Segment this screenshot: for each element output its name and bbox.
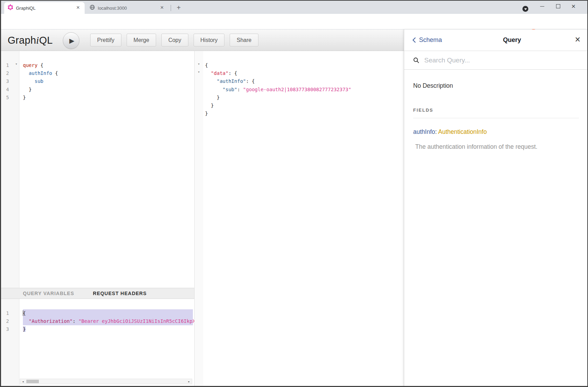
tab-title: localhost:3000 — [98, 6, 156, 11]
code-line: "data": { — [205, 69, 402, 77]
graphql-logo-icon — [8, 5, 13, 11]
scroll-left-icon[interactable]: ◄ — [20, 380, 26, 383]
copy-button[interactable]: Copy — [161, 34, 188, 46]
doc-title: Query — [503, 29, 521, 51]
code-line: "Authorization": "Bearer eyJhbGciOiJSUzI… — [23, 317, 193, 325]
doc-back-label: Schema — [419, 36, 442, 44]
fields-heading: FIELDS — [413, 108, 579, 113]
code-line: } — [205, 110, 402, 118]
field-name-link[interactable]: authInfo — [413, 128, 435, 135]
doc-explorer-panel: Schema Query × No Description FIELDS aut… — [404, 29, 588, 387]
field-description: The authentication information of the re… — [415, 143, 579, 150]
scroll-right-icon[interactable]: ► — [186, 380, 192, 383]
scrollbar-thumb[interactable] — [26, 380, 39, 383]
tab-query-variables[interactable]: QUERY VARIABLES — [23, 291, 74, 296]
graphiql-toolbar-buttons: Prettify Merge Copy History Share — [90, 34, 258, 46]
minimize-button[interactable] — [537, 1, 547, 11]
window-close-button[interactable]: × — [568, 1, 579, 11]
graphiql-logo: GraphiQL — [8, 29, 53, 51]
doc-close-button[interactable]: × — [575, 29, 580, 51]
close-icon: × — [571, 3, 576, 9]
fold-arrow-icon[interactable]: ▾ — [195, 62, 202, 66]
code-line: } — [205, 102, 402, 110]
code-line: } — [23, 94, 193, 102]
graphiql-toolbar: GraphiQL ▶ Prettify Merge Copy History S… — [0, 29, 404, 51]
chevron-left-icon — [412, 37, 416, 43]
tab-request-headers[interactable]: REQUEST HEADERS — [93, 291, 147, 296]
maximize-icon — [556, 4, 560, 8]
code-line: "authInfo": { — [205, 77, 402, 85]
play-icon: ▶ — [68, 37, 75, 45]
line-number: 2 — [0, 317, 15, 325]
globe-icon — [90, 5, 95, 11]
code-line: sub — [23, 77, 193, 85]
code-line: } — [205, 94, 402, 102]
fold-arrow-icon[interactable]: ▾ — [13, 62, 20, 66]
line-number: 3 — [0, 325, 15, 333]
query-editor-gutter: 1 2 3 4 5 ▾ — [0, 51, 19, 288]
merge-button[interactable]: Merge — [127, 34, 156, 46]
line-number: 1 — [0, 309, 15, 317]
type-description: No Description — [413, 82, 579, 89]
code-line: } — [23, 325, 193, 333]
share-button[interactable]: Share — [230, 34, 258, 46]
field-separator: : — [435, 128, 437, 135]
query-editor[interactable]: 1 2 3 4 5 ▾ query { authInfo { sub } } — [0, 51, 194, 288]
field-row: authInfo: AuthenticationInfo — [413, 128, 579, 136]
line-number: 4 — [0, 86, 15, 94]
request-headers-editor[interactable]: 1 2 3 { "Authorization": "Bearer eyJhbGc… — [0, 299, 194, 386]
headers-editor-content[interactable]: { "Authorization": "Bearer eyJhbGciOiJSU… — [23, 309, 193, 334]
tab-strip: GraphiQL × localhost:3000 × + × — [0, 0, 588, 14]
headers-editor-gutter: 1 2 3 — [0, 299, 19, 386]
line-number: 3 — [0, 77, 15, 85]
code-line: authInfo { — [23, 69, 193, 77]
tab-search-button[interactable] — [522, 6, 528, 12]
result-viewer: ▾ ▾ { "data": { "authInfo": { "sub": "go… — [194, 51, 404, 387]
doc-search-bar — [404, 51, 588, 70]
doc-explorer-header: Schema Query × — [404, 29, 588, 51]
tab-graphiql[interactable]: GraphiQL × — [4, 2, 85, 14]
secondary-editor-tabbar: QUERY VARIABLES REQUEST HEADERS — [0, 288, 194, 299]
field-type-link[interactable]: AuthenticationInfo — [438, 128, 487, 135]
search-icon — [413, 57, 419, 63]
code-line: } — [23, 86, 193, 94]
line-number: 2 — [0, 69, 15, 77]
code-line: query { — [23, 61, 193, 69]
tab-close-icon[interactable]: × — [159, 5, 165, 11]
prettify-button[interactable]: Prettify — [90, 34, 121, 46]
browser-toolbar: ← → localhost:3000 UD — [0, 14, 588, 29]
history-button[interactable]: History — [194, 34, 225, 46]
minimize-icon — [540, 6, 544, 7]
doc-search-input[interactable] — [424, 56, 564, 64]
doc-body: No Description FIELDS authInfo: Authenti… — [404, 70, 588, 150]
doc-back-link[interactable]: Schema — [412, 29, 442, 51]
tab-separator — [171, 5, 171, 11]
tab-title: GraphiQL — [16, 6, 72, 11]
line-number: 5 — [0, 94, 15, 102]
result-content: { "data": { "authInfo": { "sub": "google… — [205, 61, 402, 118]
horizontal-scrollbar[interactable]: ◄ ► — [20, 379, 192, 384]
fold-arrow-icon[interactable]: ▾ — [195, 70, 202, 74]
result-fold-gutter: ▾ ▾ — [195, 51, 203, 387]
browser-window: GraphiQL × localhost:3000 × + × ← → — [0, 0, 588, 387]
fields-divider — [413, 118, 579, 118]
maximize-button[interactable] — [553, 1, 563, 11]
tab-close-icon[interactable]: × — [75, 5, 81, 11]
new-tab-button[interactable]: + — [174, 3, 183, 12]
code-line: "sub": "google-oauth2|108377380082777232… — [205, 86, 402, 94]
code-line: { — [23, 309, 193, 317]
chevron-down-icon — [524, 8, 527, 10]
tab-localhost[interactable]: localhost:3000 × — [86, 2, 169, 14]
code-line: { — [205, 61, 402, 69]
execute-query-button[interactable]: ▶ — [63, 32, 79, 49]
query-editor-content[interactable]: query { authInfo { sub } } — [23, 61, 193, 102]
